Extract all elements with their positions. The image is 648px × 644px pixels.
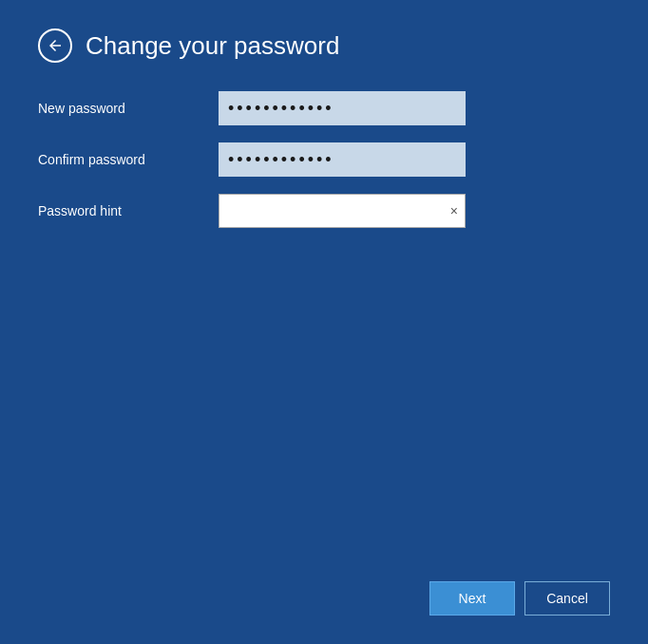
confirm-password-input[interactable] (219, 142, 466, 177)
clear-hint-button[interactable]: × (448, 201, 460, 220)
form-area: New password Confirm password Password h… (38, 91, 610, 245)
page-container: Change your password New password Confir… (0, 0, 648, 644)
confirm-password-label: Confirm password (38, 152, 219, 167)
new-password-row: New password (38, 91, 610, 125)
new-password-input[interactable] (219, 91, 466, 125)
hint-input-wrapper: × (219, 194, 466, 228)
password-hint-input[interactable] (219, 194, 466, 228)
confirm-password-row: Confirm password (38, 142, 610, 177)
back-arrow-icon (47, 37, 64, 54)
back-button[interactable] (38, 28, 72, 63)
next-button[interactable]: Next (429, 581, 515, 616)
new-password-label: New password (38, 101, 219, 116)
cancel-button[interactable]: Cancel (524, 581, 610, 616)
header: Change your password (38, 28, 610, 63)
page-title: Change your password (86, 31, 339, 61)
password-hint-row: Password hint × (38, 194, 610, 228)
bottom-buttons: Next Cancel (429, 581, 610, 616)
password-hint-label: Password hint (38, 203, 219, 218)
